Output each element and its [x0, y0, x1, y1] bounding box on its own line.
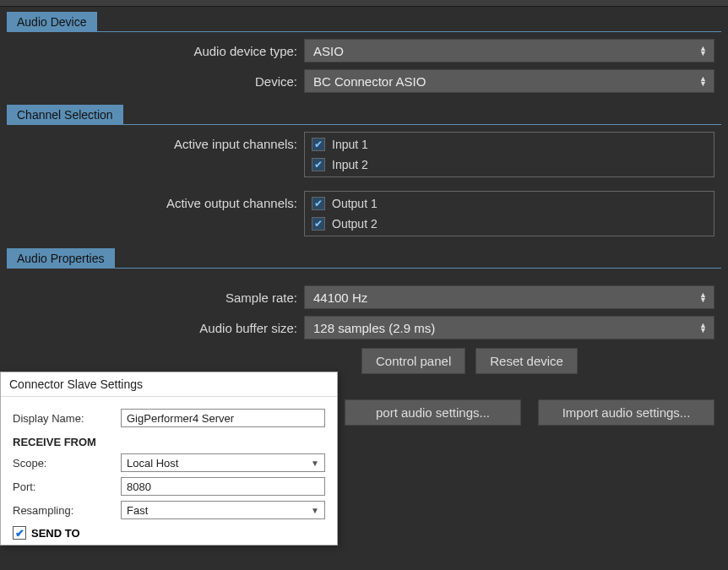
select-value: ASIO — [313, 44, 344, 58]
row-active-outputs: Active output channels: ✔ Output 1 ✔ Out… — [7, 191, 721, 236]
checkbox-icon: ✔ — [312, 158, 325, 171]
send-to-label: SEND TO — [31, 527, 80, 540]
send-to-checkbox-row[interactable]: ✔ SEND TO — [13, 526, 325, 540]
select-value: BC Connector ASIO — [313, 74, 426, 89]
section-header-channel-selection: Channel Selection — [7, 105, 123, 125]
row-display-name: Display Name: — [13, 409, 325, 427]
select-device[interactable]: BC Connector ASIO ▲▼ — [304, 69, 714, 93]
checkbox-icon: ✔ — [13, 526, 26, 540]
checkbox-icon: ✔ — [312, 197, 325, 210]
row-resampling: Resampling: Fast ▼ — [13, 501, 325, 519]
section-audio-device: Audio Device Audio device type: ASIO ▲▼ … — [0, 7, 728, 93]
channel-input-2[interactable]: ✔ Input 2 — [305, 155, 714, 175]
label-buffer-size: Audio buffer size: — [7, 321, 304, 335]
display-name-input[interactable] — [121, 409, 325, 427]
row-sample-rate: Sample rate: 44100 Hz ▲▼ — [7, 285, 721, 309]
checkbox-icon: ✔ — [312, 138, 325, 151]
label-port: Port: — [13, 480, 121, 493]
section-header-audio-device: Audio Device — [7, 12, 97, 32]
port-input[interactable] — [121, 477, 325, 496]
label-resampling: Resampling: — [13, 504, 121, 517]
chevron-down-icon: ▼ — [311, 506, 319, 515]
window-top-bar — [0, 0, 728, 7]
label-sample-rate: Sample rate: — [7, 290, 304, 305]
connector-slave-settings-dialog: Connector Slave Settings Display Name: R… — [0, 372, 338, 546]
section-header-audio-properties: Audio Properties — [7, 248, 115, 269]
select-audio-device-type[interactable]: ASIO ▲▼ — [304, 39, 714, 62]
select-value: 44100 Hz — [313, 290, 367, 305]
import-audio-settings-button[interactable]: Import audio settings... — [538, 399, 714, 426]
label-active-outputs: Active output channels: — [7, 191, 304, 210]
dialog-title: Connector Slave Settings — [1, 372, 337, 397]
select-resampling[interactable]: Fast ▼ — [121, 501, 325, 519]
row-scope: Scope: Local Host ▼ — [13, 453, 325, 472]
row-audio-device-type: Audio device type: ASIO ▲▼ — [7, 39, 721, 62]
updown-icon: ▲▼ — [699, 323, 707, 333]
output-channels-box: ✔ Output 1 ✔ Output 2 — [304, 191, 714, 236]
channel-label: Input 1 — [332, 138, 368, 151]
label-scope: Scope: — [13, 457, 121, 470]
channel-label: Output 1 — [332, 197, 378, 210]
channel-label: Input 2 — [332, 158, 368, 171]
dialog-body: Display Name: RECEIVE FROM Scope: Local … — [1, 397, 337, 545]
section-channel-selection: Channel Selection Active input channels:… — [0, 100, 728, 236]
channel-output-2[interactable]: ✔ Output 2 — [305, 214, 714, 234]
select-sample-rate[interactable]: 44100 Hz ▲▼ — [304, 285, 714, 309]
label-active-inputs: Active input channels: — [7, 132, 304, 151]
select-value: 128 samples (2.9 ms) — [313, 321, 435, 335]
reset-device-button[interactable]: Reset device — [475, 348, 578, 374]
label-audio-device-type: Audio device type: — [7, 44, 304, 58]
updown-icon: ▲▼ — [699, 76, 707, 86]
channel-input-1[interactable]: ✔ Input 1 — [305, 134, 714, 155]
chevron-down-icon: ▼ — [311, 459, 319, 468]
select-scope[interactable]: Local Host ▼ — [121, 453, 325, 472]
device-buttons-row: Control panel Reset device — [361, 348, 721, 374]
label-device: Device: — [7, 74, 304, 89]
row-buffer-size: Audio buffer size: 128 samples (2.9 ms) … — [7, 316, 721, 339]
checkbox-icon: ✔ — [312, 217, 325, 231]
channel-label: Output 2 — [332, 217, 378, 231]
label-display-name: Display Name: — [13, 412, 121, 425]
select-value: Fast — [127, 504, 148, 517]
updown-icon: ▲▼ — [699, 46, 707, 56]
control-panel-button[interactable]: Control panel — [361, 348, 465, 374]
row-device: Device: BC Connector ASIO ▲▼ — [7, 69, 721, 93]
input-channels-box: ✔ Input 1 ✔ Input 2 — [304, 132, 714, 177]
receive-from-heading: RECEIVE FROM — [13, 436, 325, 448]
updown-icon: ▲▼ — [699, 292, 707, 302]
row-active-inputs: Active input channels: ✔ Input 1 ✔ Input… — [7, 132, 721, 177]
divider — [7, 31, 721, 32]
select-buffer-size[interactable]: 128 samples (2.9 ms) ▲▼ — [304, 316, 714, 339]
export-audio-settings-button[interactable]: port audio settings... — [345, 399, 521, 426]
channel-output-1[interactable]: ✔ Output 1 — [305, 193, 714, 214]
row-port: Port: — [13, 477, 325, 496]
select-value: Local Host — [127, 457, 178, 470]
